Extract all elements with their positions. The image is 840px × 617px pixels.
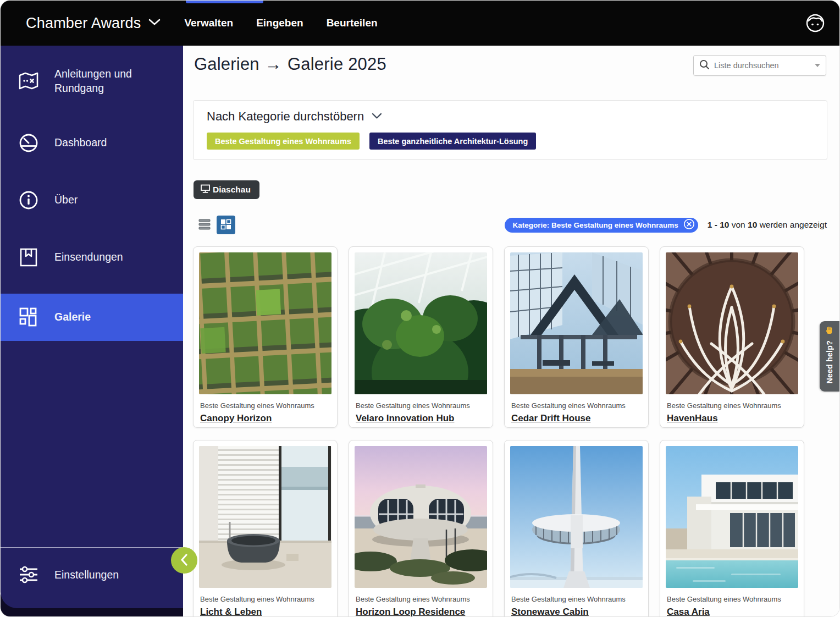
slideshow-button[interactable]: Diaschau [194, 180, 259, 199]
sidebar-spacer [1, 341, 183, 547]
sidebar-item-label: Anleitungen und Rundgang [54, 67, 172, 96]
list-controls: Kategorie: Beste Gestaltung eines Wohnra… [195, 215, 827, 235]
result-of: von [732, 220, 745, 229]
card-category: Beste Gestaltung eines Wohnraums [511, 401, 642, 410]
gallery-card: Beste Gestaltung eines Wohnraums Cedar D… [504, 246, 649, 428]
top-navigation: Verwalten Eingeben Beurteilen [173, 12, 389, 35]
info-icon [18, 190, 39, 210]
sidebar-item-galerie[interactable]: Galerie [1, 294, 183, 341]
card-title-link[interactable]: Canopy Horizon [200, 413, 272, 424]
tab-verwalten[interactable]: Verwalten [173, 12, 245, 35]
gallery-card: Beste Gestaltung eines Wohnraums Stonewa… [504, 440, 649, 616]
card-image[interactable] [355, 252, 487, 394]
settings-sliders-icon [18, 565, 39, 584]
sidebar-item-label: Dashboard [54, 135, 107, 150]
list-view-toggle[interactable] [195, 216, 214, 234]
dashboard-icon [18, 133, 39, 153]
card-title-link[interactable]: Licht & Leben [200, 607, 262, 616]
sidebar-item-einstellungen[interactable]: Einstellungen [1, 555, 183, 594]
sidebar-item-anleitungen[interactable]: Anleitungen und Rundgang [1, 57, 183, 106]
category-chip-wohnraum[interactable]: Beste Gestaltung eines Wohnraums [207, 133, 360, 150]
gallery-card: Beste Gestaltung eines Wohnraums Licht &… [193, 440, 338, 616]
category-chip-architektur[interactable]: Beste ganzheitliche Architektur-Lösung [369, 133, 536, 150]
chevron-down-icon [148, 18, 161, 28]
search-input[interactable] [714, 61, 810, 70]
tab-beurteilen[interactable]: Beurteilen [315, 12, 389, 35]
card-image[interactable] [666, 446, 798, 588]
sidebar: Anleitungen und Rundgang Dashboard Übe [1, 46, 183, 608]
user-avatar-icon[interactable] [805, 13, 825, 33]
hand-icon [825, 326, 834, 337]
map-icon [18, 71, 39, 90]
card-title-link[interactable]: Casa Aria [667, 607, 710, 616]
slideshow-button-label: Diaschau [213, 185, 251, 195]
category-browser-title: Nach Kategorie durchstöbern [207, 109, 364, 124]
bookmark-icon [18, 247, 39, 267]
app-title: Chamber Awards [26, 15, 141, 32]
remove-filter-icon[interactable] [683, 218, 695, 232]
card-image[interactable] [199, 252, 331, 394]
search-dropdown-caret-icon[interactable] [815, 64, 820, 67]
breadcrumb-parent: Galerien [194, 54, 259, 74]
need-help-tab[interactable]: Need help? [820, 321, 839, 392]
card-title-link[interactable]: Cedar Drift House [511, 413, 591, 424]
card-title-link[interactable]: Horizon Loop Residence [356, 607, 465, 616]
search-icon [699, 59, 710, 72]
filter-chip-label: Kategorie: Beste Gestaltung eines Wohnra… [512, 221, 678, 229]
card-image[interactable] [666, 252, 798, 394]
result-total: 10 [748, 220, 757, 229]
sidebar-item-einsendungen[interactable]: Einsendungen [1, 238, 183, 277]
card-title-link[interactable]: Velaro Innovation Hub [356, 413, 454, 424]
gallery-card: Beste Gestaltung eines Wohnraums Horizon… [349, 440, 493, 616]
need-help-label: Need help? [825, 340, 834, 383]
card-category: Beste Gestaltung eines Wohnraums [200, 595, 330, 603]
gallery-card-grid: Beste Gestaltung eines Wohnraums Canopy … [193, 246, 804, 616]
card-image[interactable] [510, 252, 643, 394]
category-chip-row: Beste Gestaltung eines Wohnraums Beste g… [207, 133, 814, 150]
grid-view-icon [220, 218, 232, 232]
breadcrumb-arrow: → [265, 54, 282, 74]
main-content: Galerien→Galerie 2025 Nach Kategorie dur… [183, 46, 839, 616]
tab-eingeben[interactable]: Eingeben [245, 12, 315, 35]
card-image[interactable] [199, 446, 331, 588]
app-switcher[interactable]: Chamber Awards [26, 15, 161, 32]
card-category: Beste Gestaltung eines Wohnraums [511, 595, 642, 603]
sidebar-item-dashboard[interactable]: Dashboard [1, 123, 183, 163]
gallery-card: Beste Gestaltung eines Wohnraums Canopy … [193, 246, 338, 428]
card-image[interactable] [355, 446, 487, 588]
gallery-card: Beste Gestaltung eines Wohnraums HavenHa… [660, 246, 804, 428]
list-view-icon [198, 218, 211, 232]
gallery-card: Beste Gestaltung eines Wohnraums Casa Ar… [660, 440, 804, 616]
breadcrumb: Galerien→Galerie 2025 [194, 54, 386, 74]
card-title-link[interactable]: Stonewave Cabin [511, 607, 589, 616]
filter-group: Kategorie: Beste Gestaltung eines Wohnra… [505, 218, 827, 233]
app-window: Chamber Awards Verwalten Eingeben Beurte… [0, 0, 840, 617]
sidebar-collapse-button[interactable] [171, 547, 197, 574]
sidebar-divider [1, 547, 183, 548]
breadcrumb-current: Galerie 2025 [288, 54, 386, 74]
gallery-card: Beste Gestaltung eines Wohnraums Velaro … [349, 246, 493, 428]
sidebar-item-label: Einstellungen [54, 568, 119, 582]
chevron-down-icon [372, 112, 382, 122]
card-category: Beste Gestaltung eines Wohnraums [667, 595, 797, 603]
card-image[interactable] [510, 446, 643, 588]
category-browser-header[interactable]: Nach Kategorie durchstöbern [207, 109, 814, 124]
topbar: Chamber Awards Verwalten Eingeben Beurte… [1, 1, 839, 46]
projector-screen-icon [200, 184, 211, 196]
view-toggles [195, 216, 235, 234]
gallery-grid-icon [18, 307, 39, 328]
sidebar-item-label: Über [54, 192, 78, 207]
sidebar-item-label: Einsendungen [54, 250, 123, 264]
sidebar-item-ueber[interactable]: Über [1, 180, 183, 220]
active-filter-chip[interactable]: Kategorie: Beste Gestaltung eines Wohnra… [505, 218, 698, 233]
search-box[interactable] [693, 55, 826, 76]
card-title-link[interactable]: HavenHaus [667, 413, 718, 424]
result-range: 1 - 10 [708, 220, 730, 229]
card-category: Beste Gestaltung eines Wohnraums [667, 401, 797, 410]
grid-view-toggle[interactable] [217, 216, 235, 234]
category-browser-panel: Nach Kategorie durchstöbern Beste Gestal… [193, 100, 827, 160]
card-category: Beste Gestaltung eines Wohnraums [356, 401, 486, 410]
result-suffix: werden angezeigt [760, 220, 827, 229]
chevron-left-icon [179, 553, 190, 568]
active-tab-indicator [186, 1, 263, 3]
